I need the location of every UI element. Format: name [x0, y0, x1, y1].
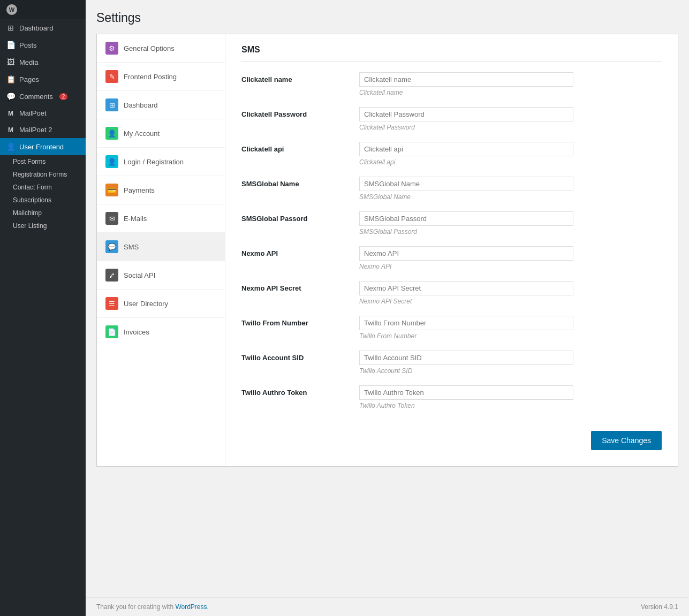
sidebar-item-media[interactable]: 🖼 Media — [0, 54, 86, 71]
emails-icon: ✉ — [105, 212, 118, 225]
input-nexmo-api-secret[interactable] — [359, 281, 573, 295]
user-directory-icon: ☰ — [105, 297, 118, 310]
mailpoet-icon: M — [6, 110, 15, 117]
label-smsglobal-name: SMSGlobal Name — [241, 177, 349, 188]
sidebar-item-user-frontend[interactable]: 👤 User Frontend — [0, 138, 86, 155]
wordpress-link[interactable]: WordPress — [175, 603, 207, 611]
nav-item-invoices[interactable]: 📄 Invoices — [97, 318, 225, 346]
sub-item-label: Post Forms — [13, 158, 46, 165]
input-smsglobal-passord[interactable] — [359, 211, 573, 226]
form-row-nexmo-api: Nexmo APINexmo API — [241, 246, 662, 270]
label-twillo-from-number: Twillo From Number — [241, 316, 349, 327]
field-clickatell-api: Clickatell api — [359, 142, 662, 166]
sub-item-label: Mailchimp — [13, 209, 42, 217]
sidebar-item-mailchimp[interactable]: Mailchimp — [0, 207, 86, 219]
save-changes-button[interactable]: Save Changes — [591, 431, 662, 450]
field-twillo-authro-token: Twillo Authro Token — [359, 385, 662, 409]
sidebar-item-comments[interactable]: 💬 Comments 2 — [0, 88, 86, 105]
my-account-icon: 👤 — [105, 127, 118, 140]
frontend-posting-icon: ✎ — [105, 70, 118, 83]
sub-item-label: Contact Form — [13, 184, 52, 191]
field-twillo-from-number: Twillo From Number — [359, 316, 662, 340]
label-nexmo-api: Nexmo API — [241, 246, 349, 257]
nav-item-general-options[interactable]: ⚙ General Options — [97, 34, 225, 63]
hint-smsglobal-passord: SMSGlobal Passord — [359, 228, 662, 235]
nav-item-payments[interactable]: 💳 Payments — [97, 176, 225, 204]
sidebar-item-label: Media — [19, 58, 38, 66]
hint-clickatell-name: Clickatell name — [359, 89, 662, 96]
form-row-smsglobal-name: SMSGlobal NameSMSGlobal Name — [241, 177, 662, 201]
sidebar-submenu: Post Forms Registration Forms Contact Fo… — [0, 155, 86, 232]
nav-item-login-registration[interactable]: 👤 Login / Registration — [97, 148, 225, 176]
input-twillo-from-number[interactable] — [359, 316, 573, 330]
label-smsglobal-passord: SMSGlobal Passord — [241, 211, 349, 223]
hint-clickatell-api: Clickatell api — [359, 158, 662, 166]
input-clickatell-api[interactable] — [359, 142, 573, 156]
form-row-clickatell-name: Clickatell nameClickatell name — [241, 72, 662, 96]
input-twillo-authro-token[interactable] — [359, 385, 573, 400]
form-row-twillo-account-sid: Twillo Account SIDTwillo Account SID — [241, 351, 662, 375]
nav-item-label: General Options — [124, 44, 175, 52]
general-options-icon: ⚙ — [105, 42, 118, 55]
input-clickatell-password[interactable] — [359, 107, 573, 121]
nav-item-emails[interactable]: ✉ E-Mails — [97, 204, 225, 233]
form-row-clickatell-password: Clickatell PasswordClickatell Password — [241, 107, 662, 131]
nav-item-label: Login / Registration — [124, 158, 184, 166]
sidebar-item-label: Pages — [19, 75, 39, 83]
nav-item-label: SMS — [124, 243, 139, 251]
hint-smsglobal-name: SMSGlobal Name — [359, 193, 662, 201]
sidebar-item-dashboard[interactable]: ⊞ Dashboard — [0, 19, 86, 36]
sidebar-item-post-forms[interactable]: Post Forms — [0, 155, 86, 168]
nav-item-label: My Account — [124, 130, 160, 138]
sidebar-item-pages[interactable]: 📋 Pages — [0, 71, 86, 88]
field-nexmo-api: Nexmo API — [359, 246, 662, 270]
input-nexmo-api[interactable] — [359, 246, 573, 261]
form-row-clickatell-api: Clickatell apiClickatell api — [241, 142, 662, 166]
nav-item-my-account[interactable]: 👤 My Account — [97, 119, 225, 148]
input-clickatell-name[interactable] — [359, 72, 573, 87]
user-frontend-icon: 👤 — [6, 142, 15, 151]
pages-icon: 📋 — [6, 75, 15, 83]
nav-item-social-api[interactable]: ⑇ Social API — [97, 261, 225, 290]
dashboard-icon: ⊞ — [6, 24, 15, 32]
sidebar-logo: W — [0, 0, 86, 19]
sidebar-item-subscriptions[interactable]: Subscriptions — [0, 194, 86, 207]
main-content-area: Settings ⚙ General Options ✎ Frontend Po… — [86, 0, 689, 616]
label-twillo-authro-token: Twillo Authro Token — [241, 385, 349, 397]
sidebar-item-posts[interactable]: 📄 Posts — [0, 36, 86, 54]
sidebar-item-label: User Frontend — [19, 143, 64, 151]
sidebar-item-registration-forms[interactable]: Registration Forms — [0, 168, 86, 181]
save-row: Save Changes — [241, 420, 662, 455]
sidebar-item-mailpoet2[interactable]: M MailPoet 2 — [0, 121, 86, 138]
mailpoet2-icon: M — [6, 126, 15, 134]
hint-nexmo-api: Nexmo API — [359, 263, 662, 270]
page-title: Settings — [96, 11, 678, 25]
input-twillo-account-sid[interactable] — [359, 351, 573, 365]
nav-item-label: Social API — [124, 271, 155, 279]
sidebar-item-contact-form[interactable]: Contact Form — [0, 181, 86, 194]
sidebar-item-user-listing[interactable]: User Listing — [0, 219, 86, 232]
nav-item-dashboard[interactable]: ⊞ Dashboard — [97, 91, 225, 119]
version-text: Version 4.9.1 — [641, 603, 678, 611]
sidebar-item-label: Comments — [19, 93, 53, 101]
payments-icon: 💳 — [105, 184, 118, 196]
nav-item-frontend-posting[interactable]: ✎ Frontend Posting — [97, 63, 225, 91]
sub-item-label: User Listing — [13, 222, 47, 230]
label-nexmo-api-secret: Nexmo API Secret — [241, 281, 349, 292]
dashboard-nav-icon: ⊞ — [105, 98, 118, 111]
input-smsglobal-name[interactable] — [359, 177, 573, 191]
nav-item-sms[interactable]: 💬 SMS — [97, 233, 225, 261]
hint-twillo-authro-token: Twillo Authro Token — [359, 402, 662, 409]
sms-icon: 💬 — [105, 240, 118, 253]
form-row-twillo-from-number: Twillo From NumberTwillo From Number — [241, 316, 662, 340]
sidebar: W ⊞ Dashboard 📄 Posts 🖼 Media 📋 Pages 💬 … — [0, 0, 86, 616]
hint-twillo-account-sid: Twillo Account SID — [359, 367, 662, 375]
sub-item-label: Subscriptions — [13, 196, 51, 204]
nav-item-user-directory[interactable]: ☰ User Directory — [97, 290, 225, 318]
field-clickatell-name: Clickatell name — [359, 72, 662, 96]
sidebar-item-label: Posts — [19, 41, 37, 49]
sidebar-item-label: MailPoet 2 — [19, 126, 52, 134]
hint-nexmo-api-secret: Nexmo API Secret — [359, 298, 662, 305]
sidebar-item-label: Dashboard — [19, 24, 54, 32]
sidebar-item-mailpoet[interactable]: M MailPoet — [0, 105, 86, 121]
